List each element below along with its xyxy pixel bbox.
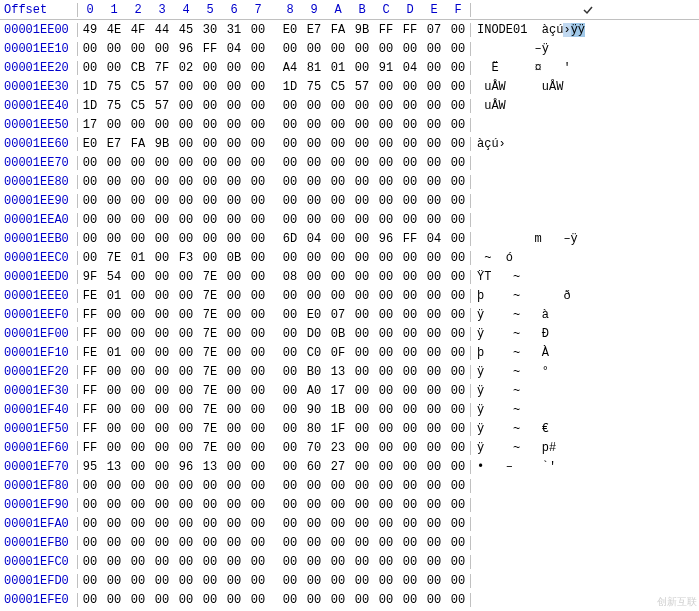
ascii-cell[interactable] bbox=[470, 175, 699, 189]
hex-cell[interactable]: 00 bbox=[446, 517, 470, 531]
hex-cell[interactable]: 57 bbox=[350, 80, 374, 94]
hex-cell[interactable]: 00 bbox=[398, 118, 422, 132]
hex-cell[interactable]: 00 bbox=[302, 574, 326, 588]
hex-cell[interactable]: 00 bbox=[150, 42, 174, 56]
hex-cell[interactable]: 00 bbox=[302, 118, 326, 132]
ascii-cell[interactable]: –ÿ bbox=[470, 42, 699, 56]
hex-cell[interactable]: 00 bbox=[374, 555, 398, 569]
hex-cell[interactable]: 00 bbox=[246, 593, 270, 607]
hex-cell[interactable]: 00 bbox=[150, 175, 174, 189]
hex-cell[interactable]: 00 bbox=[278, 346, 302, 360]
hex-cell[interactable]: 00 bbox=[326, 289, 350, 303]
hex-cell[interactable]: 00 bbox=[302, 593, 326, 607]
hex-cell[interactable]: 00 bbox=[374, 460, 398, 474]
hex-cell[interactable]: 00 bbox=[374, 308, 398, 322]
hex-cell[interactable]: 00 bbox=[302, 479, 326, 493]
hex-cell[interactable]: 02 bbox=[174, 61, 198, 75]
hex-cell[interactable]: 00 bbox=[278, 289, 302, 303]
ascii-cell[interactable]: ÿ ~ Ð bbox=[470, 327, 699, 341]
hex-cell[interactable]: 00 bbox=[174, 422, 198, 436]
hex-cell[interactable]: 00 bbox=[374, 327, 398, 341]
hex-cell[interactable]: 00 bbox=[422, 365, 446, 379]
hex-cell[interactable]: 00 bbox=[326, 213, 350, 227]
ascii-cell[interactable] bbox=[470, 536, 699, 550]
hex-cell[interactable]: C0 bbox=[302, 346, 326, 360]
ascii-cell[interactable]: Ë ¤ ' bbox=[470, 61, 699, 75]
hex-cell[interactable]: 00 bbox=[174, 555, 198, 569]
hex-cell[interactable]: 00 bbox=[126, 460, 150, 474]
hex-cell[interactable]: 00 bbox=[246, 175, 270, 189]
hex-cell[interactable]: 00 bbox=[326, 593, 350, 607]
hex-cell[interactable]: 00 bbox=[222, 384, 246, 398]
hex-cell[interactable]: 00 bbox=[126, 536, 150, 550]
hex-cell[interactable]: 00 bbox=[126, 593, 150, 607]
hex-cell[interactable]: 00 bbox=[278, 194, 302, 208]
hex-cell[interactable]: 00 bbox=[278, 308, 302, 322]
hex-cell[interactable]: 00 bbox=[302, 270, 326, 284]
hex-cell[interactable]: 00 bbox=[278, 156, 302, 170]
hex-cell[interactable]: 00 bbox=[126, 156, 150, 170]
hex-cell[interactable]: 00 bbox=[374, 213, 398, 227]
hex-cell[interactable]: 00 bbox=[374, 403, 398, 417]
col-header[interactable]: E bbox=[422, 3, 446, 17]
hex-cell[interactable]: 00 bbox=[302, 498, 326, 512]
hex-cell[interactable]: 91 bbox=[374, 61, 398, 75]
ascii-cell[interactable] bbox=[470, 118, 699, 132]
hex-cell[interactable]: 00 bbox=[126, 346, 150, 360]
hex-cell[interactable]: 00 bbox=[422, 308, 446, 322]
hex-cell[interactable]: 00 bbox=[78, 213, 102, 227]
col-header[interactable]: 5 bbox=[198, 3, 222, 17]
data-row[interactable]: 00001EFC00000000000000000000000000000000… bbox=[0, 552, 699, 571]
hex-cell[interactable]: 00 bbox=[278, 118, 302, 132]
hex-cell[interactable]: 00 bbox=[278, 441, 302, 455]
data-row[interactable]: 00001EE60E0E7FA9B00000000000000000000000… bbox=[0, 134, 699, 153]
hex-cell[interactable]: 00 bbox=[174, 498, 198, 512]
hex-cell[interactable]: 00 bbox=[222, 517, 246, 531]
hex-cell[interactable]: 00 bbox=[278, 422, 302, 436]
offset-cell[interactable]: 00001EF10 bbox=[0, 346, 78, 360]
offset-cell[interactable]: 00001EF20 bbox=[0, 365, 78, 379]
hex-cell[interactable]: 07 bbox=[422, 23, 446, 37]
hex-cell[interactable]: 00 bbox=[102, 555, 126, 569]
hex-cell[interactable]: 00 bbox=[422, 498, 446, 512]
data-row[interactable]: 00001EE00494E4F4445303100E0E7FA9BFFFF070… bbox=[0, 20, 699, 39]
hex-cell[interactable]: 00 bbox=[150, 460, 174, 474]
hex-cell[interactable]: 00 bbox=[222, 593, 246, 607]
hex-cell[interactable]: 00 bbox=[278, 555, 302, 569]
hex-cell[interactable]: 00 bbox=[246, 42, 270, 56]
hex-cell[interactable]: 00 bbox=[398, 441, 422, 455]
hex-cell[interactable]: 00 bbox=[278, 137, 302, 151]
hex-cell[interactable]: 96 bbox=[374, 232, 398, 246]
hex-cell[interactable]: 44 bbox=[150, 23, 174, 37]
hex-cell[interactable]: 00 bbox=[398, 308, 422, 322]
hex-cell[interactable]: 00 bbox=[222, 99, 246, 113]
hex-cell[interactable]: 00 bbox=[398, 270, 422, 284]
hex-cell[interactable]: 00 bbox=[174, 232, 198, 246]
offset-cell[interactable]: 00001EF70 bbox=[0, 460, 78, 474]
hex-cell[interactable]: 00 bbox=[78, 232, 102, 246]
hex-cell[interactable]: 00 bbox=[326, 251, 350, 265]
hex-cell[interactable]: E0 bbox=[78, 137, 102, 151]
hex-cell[interactable]: 00 bbox=[198, 99, 222, 113]
hex-cell[interactable]: FF bbox=[198, 42, 222, 56]
hex-cell[interactable]: 00 bbox=[102, 213, 126, 227]
hex-cell[interactable]: 00 bbox=[174, 346, 198, 360]
hex-cell[interactable]: 00 bbox=[174, 403, 198, 417]
offset-cell[interactable]: 00001EE20 bbox=[0, 61, 78, 75]
hex-cell[interactable]: 00 bbox=[102, 574, 126, 588]
col-header[interactable]: 7 bbox=[246, 3, 270, 17]
hex-cell[interactable]: 00 bbox=[398, 80, 422, 94]
hex-cell[interactable]: C5 bbox=[326, 80, 350, 94]
hex-cell[interactable]: 00 bbox=[150, 517, 174, 531]
hex-cell[interactable]: 00 bbox=[446, 479, 470, 493]
hex-cell[interactable]: 00 bbox=[246, 289, 270, 303]
hex-cell[interactable]: 00 bbox=[150, 194, 174, 208]
hex-cell[interactable]: 00 bbox=[78, 175, 102, 189]
hex-cell[interactable]: 00 bbox=[222, 289, 246, 303]
hex-cell[interactable]: 0B bbox=[222, 251, 246, 265]
hex-cell[interactable]: 7E bbox=[198, 308, 222, 322]
hex-cell[interactable]: 00 bbox=[198, 213, 222, 227]
hex-cell[interactable]: 00 bbox=[374, 99, 398, 113]
hex-cell[interactable]: FF bbox=[398, 23, 422, 37]
col-header[interactable]: B bbox=[350, 3, 374, 17]
